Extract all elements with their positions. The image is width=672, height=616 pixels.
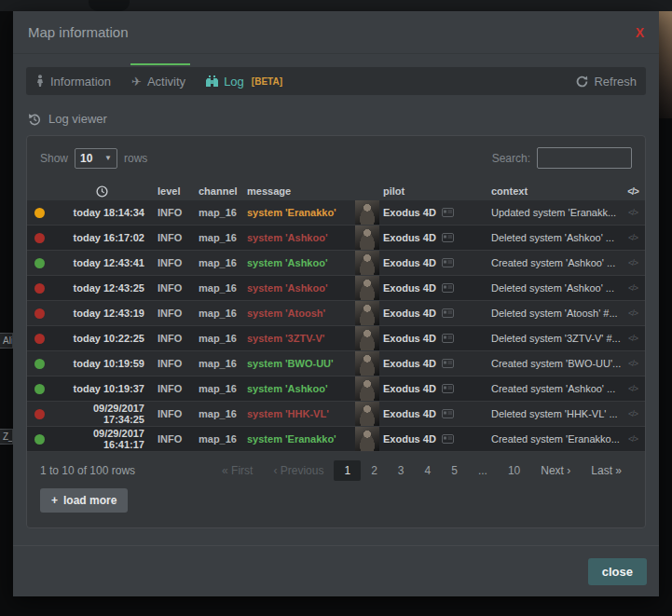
binoculars-icon: [206, 75, 218, 87]
plane-icon: ✈: [131, 75, 142, 89]
table-row[interactable]: today 10:19:37 INFO map_16 system 'Ashko…: [27, 376, 645, 402]
tab-log[interactable]: Log [BETA]: [206, 75, 282, 89]
pager-previous[interactable]: ‹ Previous: [263, 460, 334, 481]
table-toolbar: Show 10 ▼ rows Search:: [27, 136, 645, 174]
id-card-icon: [442, 233, 454, 242]
log-level: INFO: [152, 282, 195, 294]
background-system-label: Ali: [0, 333, 13, 349]
log-context: Created system 'Ashkoo' ...: [487, 257, 621, 268]
pager-next[interactable]: Next ›: [530, 460, 581, 481]
id-card-icon: [442, 359, 454, 368]
message-column-header[interactable]: message: [243, 185, 355, 197]
pager-page[interactable]: 2: [361, 460, 388, 481]
table-row[interactable]: 09/29/2017 16:41:17 INFO map_16 system '…: [27, 427, 645, 452]
log-level: INFO: [152, 408, 195, 419]
pager-last[interactable]: Last »: [581, 460, 632, 481]
search-label: Search:: [492, 152, 530, 165]
row-code-icon[interactable]: </>: [621, 258, 645, 267]
log-level: INFO: [152, 433, 195, 445]
log-time: today 16:17:02: [51, 232, 152, 243]
pilot-column-header[interactable]: pilot: [383, 185, 487, 197]
row-code-icon[interactable]: </>: [621, 409, 645, 418]
log-message: system 'Ashkoo': [243, 257, 355, 268]
table-row[interactable]: today 18:14:34 INFO map_16 system 'Erana…: [27, 200, 645, 226]
pagination-info: 1 to 10 of 100 rows: [40, 464, 135, 477]
code-column-header-icon: </>: [621, 186, 645, 197]
log-message: system 'Ashkoo': [243, 383, 355, 394]
pilot-avatar: [355, 226, 379, 250]
log-message: system 'Ashkoo': [243, 282, 355, 294]
row-code-icon[interactable]: </>: [621, 308, 645, 318]
table-row[interactable]: today 12:43:19 INFO map_16 system 'Atoos…: [27, 301, 645, 326]
close-icon[interactable]: X: [636, 25, 644, 40]
context-column-header[interactable]: context: [487, 185, 621, 197]
dialog-title: Map information: [28, 24, 129, 40]
status-dot: [34, 208, 45, 218]
row-code-icon[interactable]: </>: [621, 283, 645, 293]
pilot-name: Exodus 4D: [383, 308, 436, 319]
pilot-avatar: [355, 326, 379, 350]
table-row[interactable]: today 12:43:25 INFO map_16 system 'Ashko…: [27, 276, 645, 301]
active-tab-indicator: [130, 63, 190, 65]
load-more-button[interactable]: + load more: [40, 488, 128, 513]
log-channel: map_16: [195, 232, 243, 243]
pilot-avatar: [355, 301, 379, 325]
map-information-dialog: Map information X Information ✈ Activity: [13, 11, 659, 596]
channel-column-header[interactable]: channel: [195, 185, 243, 197]
log-context: Updated system 'Eranakk...: [487, 207, 621, 218]
pager-page[interactable]: 10: [498, 460, 530, 481]
row-code-icon[interactable]: </>: [621, 384, 645, 393]
id-card-icon: [442, 409, 454, 418]
log-level: INFO: [152, 257, 195, 268]
level-column-header[interactable]: level: [152, 185, 195, 197]
log-channel: map_16: [195, 282, 243, 294]
pilot-name: Exodus 4D: [383, 383, 436, 394]
row-code-icon[interactable]: </>: [621, 208, 645, 217]
log-context: Deleted system 'Ashkoo' ...: [487, 232, 621, 243]
refresh-button[interactable]: Refresh: [576, 75, 637, 89]
log-context: Deleted system '3ZTV-V' #...: [487, 333, 621, 344]
status-dot: [34, 434, 45, 445]
table-row[interactable]: today 10:19:59 INFO map_16 system 'BWO-U…: [27, 351, 645, 376]
log-time: today 10:22:25: [51, 333, 152, 344]
pager-first[interactable]: « First: [212, 460, 263, 481]
table-row[interactable]: today 10:22:25 INFO map_16 system '3ZTV-…: [27, 326, 645, 351]
close-button[interactable]: close: [588, 558, 647, 585]
log-time: today 12:43:41: [51, 257, 152, 268]
table-row[interactable]: today 16:17:02 INFO map_16 system 'Ashko…: [27, 226, 645, 251]
search-input[interactable]: [537, 147, 632, 169]
page-size-select[interactable]: 10 ▼: [75, 148, 117, 169]
tab-activity[interactable]: ✈ Activity: [131, 75, 185, 89]
log-channel: map_16: [195, 433, 243, 445]
table-row[interactable]: 09/29/2017 17:34:25 INFO map_16 system '…: [27, 402, 645, 427]
tab-information[interactable]: Information: [35, 75, 111, 89]
row-code-icon[interactable]: </>: [621, 233, 645, 242]
street-view-icon: [35, 75, 45, 88]
pager-page[interactable]: 4: [415, 460, 442, 481]
log-message: system 'Eranakko': [243, 207, 355, 218]
id-card-icon: [442, 208, 454, 217]
log-level: INFO: [152, 333, 195, 344]
load-more-label: load more: [63, 494, 117, 507]
search-box: Search:: [492, 147, 632, 169]
pager-page[interactable]: ...: [468, 460, 498, 481]
pager-page-active[interactable]: 1: [334, 460, 361, 481]
pilot-name: Exodus 4D: [383, 408, 436, 419]
log-context: Created system 'BWO-UU'...: [487, 358, 621, 369]
dialog-footer: close: [13, 545, 659, 596]
tab-label: Log: [224, 75, 244, 89]
show-label: Show: [40, 152, 68, 165]
pager-page[interactable]: 3: [388, 460, 415, 481]
table-header-row: level channel message pilot context </>: [27, 182, 645, 200]
table-body: today 18:14:34 INFO map_16 system 'Erana…: [27, 200, 645, 452]
row-code-icon[interactable]: </>: [621, 434, 645, 444]
pilot-name: Exodus 4D: [383, 358, 436, 369]
log-context: Deleted system 'Atoosh' #...: [487, 308, 621, 319]
pager-page[interactable]: 5: [441, 460, 468, 481]
row-code-icon[interactable]: </>: [621, 334, 645, 343]
row-code-icon[interactable]: </>: [621, 359, 645, 368]
time-column-header[interactable]: [51, 185, 152, 198]
log-time: today 12:43:19: [51, 308, 152, 319]
log-channel: map_16: [195, 207, 243, 218]
table-row[interactable]: today 12:43:41 INFO map_16 system 'Ashko…: [27, 251, 645, 276]
